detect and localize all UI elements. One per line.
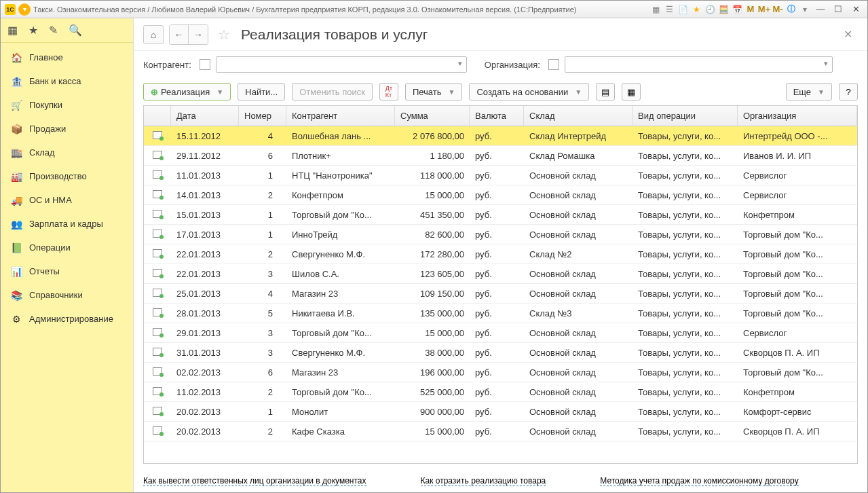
find-button[interactable]: Найти...	[238, 83, 285, 101]
cell-operation: Товары, услуги, ко...	[633, 328, 738, 338]
th-operation[interactable]: Вид операции	[633, 106, 738, 126]
table-row[interactable]: 11.01.20131НТЦ "Нанотроника"118 000,00ру…	[144, 166, 857, 185]
th-date[interactable]: Дата	[171, 106, 239, 126]
cell-operation: Товары, услуги, ко...	[633, 190, 738, 200]
dt-kt-button[interactable]: ДтКт	[379, 83, 398, 101]
tb-icon-3[interactable]: 📄	[677, 4, 688, 15]
table-row[interactable]: 20.02.20131Монолит900 000,00руб.Основной…	[144, 402, 857, 422]
maximize-button[interactable]: ☐	[831, 4, 846, 14]
th-counterparty[interactable]: Контрагент	[286, 106, 395, 126]
table-row[interactable]: 17.01.20131ИнноТрейд82 600,00руб.Основно…	[144, 225, 857, 244]
th-organization[interactable]: Организация	[738, 106, 857, 126]
sidebar-item-11[interactable]: ⚙Администрирование	[1, 307, 133, 331]
cell-sum: 38 000,00	[395, 348, 470, 358]
home-button[interactable]: ⌂	[143, 25, 164, 44]
table-row[interactable]: 11.02.20132Торговый дом "Ко...525 000,00…	[144, 382, 857, 402]
sidebar-item-0[interactable]: 🏠Главное	[1, 45, 133, 69]
footer-link-2[interactable]: Как отразить реализацию товара	[421, 476, 546, 486]
cell-operation: Товары, услуги, ко...	[633, 170, 738, 181]
table-row[interactable]: 22.01.20133Шилов С.А.123 605,00руб.Основ…	[144, 264, 857, 284]
cell-organization: Торговый дом "Ко...	[738, 269, 857, 279]
sidebar-item-6[interactable]: 🚚ОС и НМА	[1, 188, 133, 212]
nav-back-icon[interactable]: ▾	[18, 3, 31, 16]
th-warehouse[interactable]: Склад	[524, 106, 633, 126]
th-currency[interactable]: Валюта	[470, 106, 524, 126]
row-icon	[144, 210, 171, 220]
m-button[interactable]: M	[745, 4, 756, 15]
cell-num: 3	[239, 269, 286, 279]
sidebar-item-5[interactable]: 🏭Производство	[1, 164, 133, 188]
sidebar-item-10[interactable]: 📚Справочники	[1, 283, 133, 307]
organization-combo[interactable]	[565, 56, 833, 73]
cell-currency: руб.	[470, 289, 524, 299]
sidebar-item-2[interactable]: 🛒Покупки	[1, 93, 133, 117]
th-num[interactable]: Номер	[239, 106, 286, 126]
sidebar-item-8[interactable]: 📗Операции	[1, 236, 133, 259]
cell-date: 20.02.2013	[171, 407, 239, 417]
table-row[interactable]: 15.01.20131Торговый дом "Ко...451 350,00…	[144, 205, 857, 225]
sidebar-item-1[interactable]: 🏦Банк и касса	[1, 69, 133, 93]
table-row[interactable]: 25.01.20134Магазин 23109 150,00руб.Основ…	[144, 284, 857, 304]
history-icon[interactable]: 🕘	[704, 4, 715, 15]
print-button[interactable]: Печать▼	[405, 83, 463, 101]
cell-sum: 15 000,00	[395, 190, 470, 200]
more-button[interactable]: Еще▼	[786, 83, 832, 101]
sidebar-item-9[interactable]: 📊Отчеты	[1, 259, 133, 283]
cell-organization: Сервислог	[738, 190, 857, 200]
table-row[interactable]: 29.11.20126Плотник+1 180,00руб.Склад Ром…	[144, 146, 857, 166]
table-row[interactable]: 20.02.20132Кафе Сказка15 000,00руб.Основ…	[144, 422, 857, 441]
table-row[interactable]: 31.01.20133Свергуненко М.Ф.38 000,00руб.…	[144, 343, 857, 363]
footer-link-1[interactable]: Как вывести ответственных лиц организаци…	[143, 476, 366, 486]
create-label: Реализация	[161, 87, 210, 97]
sidebar-icon: 🏠	[10, 52, 22, 64]
m-plus-button[interactable]: M+	[759, 4, 770, 15]
clipboard-icon[interactable]: ✎	[49, 24, 58, 37]
close-button[interactable]: ✕	[848, 4, 863, 14]
cell-organization: Скворцов П. А. ИП	[738, 348, 857, 358]
apps-icon[interactable]: ▦	[7, 24, 18, 37]
counterparty-combo[interactable]	[216, 56, 467, 73]
th-icon[interactable]	[144, 106, 171, 126]
tb-icon-2[interactable]: ☰	[664, 4, 675, 15]
table-row[interactable]: 22.01.20132Свергуненко М.Ф.172 280,00руб…	[144, 244, 857, 264]
list-view-1-button[interactable]: ▤	[596, 83, 615, 101]
calc-icon[interactable]: 🧮	[718, 4, 729, 15]
create-button[interactable]: ⊕Реализация▼	[143, 83, 231, 101]
nav-prev-button[interactable]: ←	[170, 25, 189, 44]
tb-icon-1[interactable]: ▦	[650, 4, 661, 15]
nav-next-button[interactable]: →	[189, 25, 208, 44]
list-view-2-button[interactable]: ▦	[622, 83, 641, 101]
cell-organization: Скворцов П. А. ИП	[738, 426, 857, 437]
table-row[interactable]: 15.11.20124Волшебная лань ...2 076 800,0…	[144, 126, 857, 146]
table-row[interactable]: 02.02.20136Магазин 23196 000,00руб.Основ…	[144, 363, 857, 382]
sidebar-icon: 🏬	[10, 147, 22, 159]
cell-num: 1	[239, 210, 286, 220]
calendar-icon[interactable]: 📅	[732, 4, 742, 15]
info-icon[interactable]: ⓘ	[786, 4, 797, 15]
dropdown-icon[interactable]: ▾	[799, 4, 810, 15]
favorite-star-icon[interactable]: ☆	[218, 26, 230, 43]
favorite-icon[interactable]: ★	[691, 4, 702, 15]
table-row[interactable]: 29.01.20133Торговый дом "Ко...15 000,00р…	[144, 323, 857, 343]
cell-sum: 900 000,00	[395, 407, 470, 417]
star-icon[interactable]: ★	[29, 24, 38, 37]
th-sum[interactable]: Сумма	[395, 106, 470, 126]
cell-num: 6	[239, 367, 286, 378]
minimize-button[interactable]: —	[813, 4, 828, 14]
m-minus-button[interactable]: M-	[772, 4, 783, 15]
sidebar-item-7[interactable]: 👥Зарплата и кадры	[1, 212, 133, 236]
table-row[interactable]: 14.01.20132Конфетпром15 000,00руб.Основн…	[144, 185, 857, 205]
cancel-search-button[interactable]: Отменить поиск	[292, 83, 373, 101]
sidebar-label: Отчеты	[29, 266, 60, 276]
footer-link-3[interactable]: Методика учета продаж по комиссионному д…	[600, 476, 798, 486]
sidebar-item-3[interactable]: 📦Продажи	[1, 117, 133, 141]
counterparty-checkbox[interactable]	[200, 59, 210, 70]
organization-checkbox[interactable]	[548, 59, 559, 70]
table-row[interactable]: 28.01.20135Никитаева И.В.135 000,00руб.С…	[144, 304, 857, 323]
help-button[interactable]: ?	[839, 83, 858, 101]
sidebar-item-4[interactable]: 🏬Склад	[1, 141, 133, 164]
create-on-basis-button[interactable]: Создать на основании▼	[469, 83, 589, 101]
cell-date: 15.01.2013	[171, 210, 239, 220]
close-tab-button[interactable]: ✕	[838, 25, 858, 43]
search-icon[interactable]: 🔍	[69, 24, 82, 37]
